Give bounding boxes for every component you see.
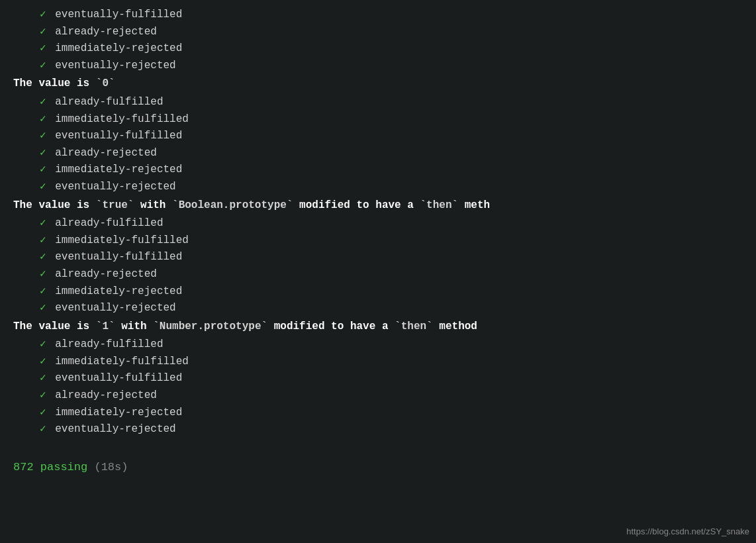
test-name: eventually-rejected xyxy=(55,302,175,314)
test-name: eventually-rejected xyxy=(55,60,175,72)
list-item: ✓ eventually-fulfilled xyxy=(13,249,743,266)
test-name: eventually-fulfilled xyxy=(55,372,182,384)
list-item: ✓ immediately-fulfilled xyxy=(13,111,743,128)
check-icon: ✓ xyxy=(40,372,46,384)
test-name: immediately-rejected xyxy=(55,42,182,54)
test-name: already-rejected xyxy=(55,389,157,401)
list-item: ✓ immediately-fulfilled xyxy=(13,232,743,250)
header-text: The value is `true` with `Boolean.protot… xyxy=(13,199,490,211)
list-item: ✓ immediately-rejected xyxy=(13,162,743,179)
list-item: ✓ eventually-rejected xyxy=(13,300,743,317)
test-name: immediately-rejected xyxy=(55,285,182,297)
check-icon: ✓ xyxy=(40,285,46,297)
list-item: ✓ already-rejected xyxy=(13,145,743,162)
check-icon: ✓ xyxy=(40,217,46,229)
check-icon: ✓ xyxy=(40,268,46,280)
watermark: https://blog.csdn.net/zSY_snake xyxy=(626,526,749,536)
list-item: ✓ eventually-rejected xyxy=(13,179,743,196)
passing-label: passing xyxy=(34,461,95,473)
check-icon: ✓ xyxy=(40,251,46,263)
check-icon: ✓ xyxy=(40,356,46,368)
test-name: eventually-rejected xyxy=(55,423,175,435)
list-item: ✓ eventually-rejected xyxy=(13,58,743,75)
check-icon: ✓ xyxy=(40,26,46,38)
list-item: ✓ immediately-rejected xyxy=(13,283,743,301)
check-icon: ✓ xyxy=(40,338,46,350)
list-item: ✓ eventually-rejected xyxy=(13,421,743,438)
check-icon: ✓ xyxy=(40,130,46,142)
list-item: ✓ already-rejected xyxy=(13,387,743,405)
list-item: ✓ immediately-fulfilled xyxy=(13,354,743,371)
list-item: ✓ already-fulfilled xyxy=(13,215,743,232)
test-name: already-rejected xyxy=(55,26,157,38)
test-name: eventually-fulfilled xyxy=(55,9,182,21)
test-name: immediately-rejected xyxy=(55,164,182,175)
check-icon: ✓ xyxy=(40,234,46,246)
list-item: ✓ eventually-fulfilled xyxy=(13,128,743,145)
test-name: immediately-fulfilled xyxy=(55,113,189,125)
header-text: The value is `0` xyxy=(13,77,115,89)
check-icon: ✓ xyxy=(40,302,46,314)
check-icon: ✓ xyxy=(40,113,46,125)
list-item: ✓ already-rejected xyxy=(13,24,743,41)
list-item: ✓ eventually-fulfilled xyxy=(13,7,743,24)
check-icon: ✓ xyxy=(40,423,46,435)
test-name: immediately-fulfilled xyxy=(55,356,189,368)
list-item: ✓ already-rejected xyxy=(13,266,743,283)
passing-count: 872 xyxy=(13,461,34,473)
section-header: The value is `true` with `Boolean.protot… xyxy=(13,197,743,215)
test-name: eventually-fulfilled xyxy=(55,130,182,142)
test-name: already-rejected xyxy=(55,147,157,159)
test-name: immediately-fulfilled xyxy=(55,234,189,246)
check-icon: ✓ xyxy=(40,9,46,21)
check-icon: ✓ xyxy=(40,60,46,72)
check-icon: ✓ xyxy=(40,164,46,175)
test-name: eventually-fulfilled xyxy=(55,251,182,263)
list-item: ✓ immediately-rejected xyxy=(13,405,743,422)
check-icon: ✓ xyxy=(40,96,46,108)
header-text: The value is `1` with `Number.prototype`… xyxy=(13,321,477,332)
list-item: ✓ eventually-fulfilled xyxy=(13,370,743,387)
check-icon: ✓ xyxy=(40,147,46,159)
terminal-output: ✓ eventually-fulfilled ✓ already-rejecte… xyxy=(0,0,756,483)
list-item: ✓ already-fulfilled xyxy=(13,336,743,354)
check-icon: ✓ xyxy=(40,42,46,54)
check-icon: ✓ xyxy=(40,407,46,419)
test-name: eventually-rejected xyxy=(55,181,175,193)
test-name: already-fulfilled xyxy=(55,96,163,108)
list-item: ✓ already-fulfilled xyxy=(13,94,743,111)
section-header: The value is `0` xyxy=(13,75,743,93)
list-item: ✓ immediately-rejected xyxy=(13,40,743,58)
section-header: The value is `1` with `Number.prototype`… xyxy=(13,319,743,336)
passing-duration: (18s) xyxy=(94,461,128,473)
test-name: already-fulfilled xyxy=(55,217,163,229)
test-name: already-rejected xyxy=(55,268,157,280)
passing-summary: 872 passing (18s) xyxy=(13,458,743,476)
check-icon: ✓ xyxy=(40,181,46,193)
test-name: immediately-rejected xyxy=(55,407,182,419)
test-name: already-fulfilled xyxy=(55,338,163,350)
check-icon: ✓ xyxy=(40,389,46,401)
